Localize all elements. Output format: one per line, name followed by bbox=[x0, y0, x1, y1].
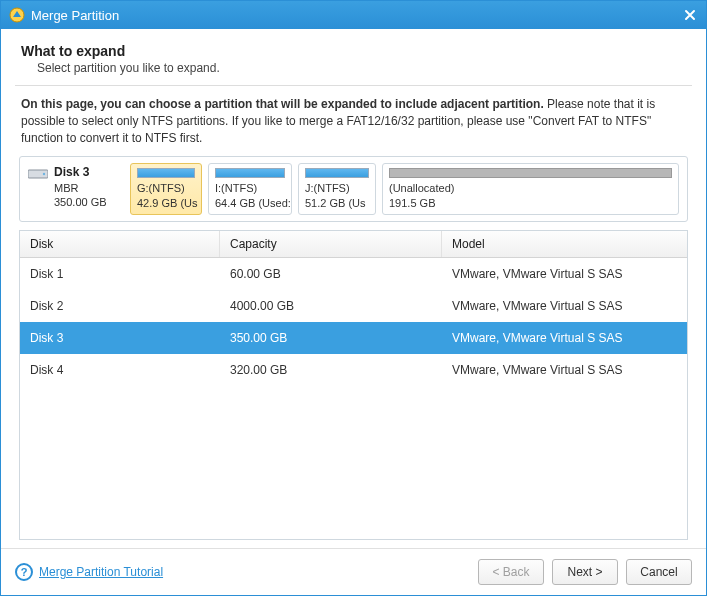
app-icon bbox=[9, 7, 25, 23]
back-button[interactable]: < Back bbox=[478, 559, 544, 585]
partition-bar bbox=[389, 168, 672, 178]
partition-label: I:(NTFS) bbox=[215, 181, 285, 195]
col-header-disk[interactable]: Disk bbox=[20, 231, 220, 257]
help-area: ? Merge Partition Tutorial bbox=[15, 563, 470, 581]
disk-summary-text: Disk 3 MBR 350.00 GB bbox=[54, 165, 107, 215]
table-body: Disk 160.00 GBVMware, VMware Virtual S S… bbox=[20, 258, 687, 539]
partition-label: J:(NTFS) bbox=[305, 181, 369, 195]
tutorial-link[interactable]: Merge Partition Tutorial bbox=[39, 565, 163, 579]
disk-type: MBR bbox=[54, 181, 107, 195]
cell-capacity: 320.00 GB bbox=[220, 354, 442, 386]
partition-size: 64.4 GB (Used: bbox=[215, 196, 285, 210]
cell-disk: Disk 3 bbox=[20, 322, 220, 354]
partition-g[interactable]: G:(NTFS) 42.9 GB (Us bbox=[130, 163, 202, 215]
partition-size: 51.2 GB (Us bbox=[305, 196, 369, 210]
cancel-button[interactable]: Cancel bbox=[626, 559, 692, 585]
disk-size: 350.00 GB bbox=[54, 195, 107, 209]
header-heading: What to expand bbox=[21, 43, 686, 59]
cell-model: VMware, VMware Virtual S SAS bbox=[442, 258, 687, 290]
merge-partition-window: Merge Partition What to expand Select pa… bbox=[0, 0, 707, 596]
cell-capacity: 60.00 GB bbox=[220, 258, 442, 290]
header-sub: Select partition you like to expand. bbox=[21, 61, 686, 75]
partition-bar bbox=[305, 168, 369, 178]
description-bold: On this page, you can choose a partition… bbox=[21, 97, 544, 111]
window-title: Merge Partition bbox=[31, 8, 682, 23]
cell-disk: Disk 4 bbox=[20, 354, 220, 386]
cell-model: VMware, VMware Virtual S SAS bbox=[442, 354, 687, 386]
cell-disk: Disk 1 bbox=[20, 258, 220, 290]
partition-i[interactable]: I:(NTFS) 64.4 GB (Used: bbox=[208, 163, 292, 215]
cell-model: VMware, VMware Virtual S SAS bbox=[442, 290, 687, 322]
col-header-capacity[interactable]: Capacity bbox=[220, 231, 442, 257]
partition-label: (Unallocated) bbox=[389, 181, 672, 195]
next-button[interactable]: Next > bbox=[552, 559, 618, 585]
cell-model: VMware, VMware Virtual S SAS bbox=[442, 322, 687, 354]
disk-map-panel: Disk 3 MBR 350.00 GB G:(NTFS) 42.9 GB (U… bbox=[19, 156, 688, 222]
content-area: On this page, you can choose a partition… bbox=[1, 85, 706, 548]
help-icon[interactable]: ? bbox=[15, 563, 33, 581]
svg-point-2 bbox=[43, 173, 45, 175]
cell-disk: Disk 2 bbox=[20, 290, 220, 322]
disk-table: Disk Capacity Model Disk 160.00 GBVMware… bbox=[19, 230, 688, 540]
hdd-icon bbox=[28, 167, 48, 181]
table-row[interactable]: Disk 160.00 GBVMware, VMware Virtual S S… bbox=[20, 258, 687, 290]
table-header: Disk Capacity Model bbox=[20, 231, 687, 258]
close-button[interactable] bbox=[682, 7, 698, 23]
partition-j[interactable]: J:(NTFS) 51.2 GB (Us bbox=[298, 163, 376, 215]
disk-summary: Disk 3 MBR 350.00 GB bbox=[28, 163, 124, 215]
table-row[interactable]: Disk 3350.00 GBVMware, VMware Virtual S … bbox=[20, 322, 687, 354]
description: On this page, you can choose a partition… bbox=[15, 94, 692, 156]
divider bbox=[15, 85, 692, 86]
table-row[interactable]: Disk 4320.00 GBVMware, VMware Virtual S … bbox=[20, 354, 687, 386]
col-header-model[interactable]: Model bbox=[442, 231, 687, 257]
svg-text:?: ? bbox=[21, 566, 28, 578]
partition-size: 191.5 GB bbox=[389, 196, 672, 210]
disk-name: Disk 3 bbox=[54, 165, 107, 181]
cell-capacity: 4000.00 GB bbox=[220, 290, 442, 322]
partition-label: G:(NTFS) bbox=[137, 181, 195, 195]
partition-bar bbox=[137, 168, 195, 178]
footer: ? Merge Partition Tutorial < Back Next >… bbox=[1, 548, 706, 595]
table-row[interactable]: Disk 24000.00 GBVMware, VMware Virtual S… bbox=[20, 290, 687, 322]
partition-unallocated[interactable]: (Unallocated) 191.5 GB bbox=[382, 163, 679, 215]
cell-capacity: 350.00 GB bbox=[220, 322, 442, 354]
titlebar: Merge Partition bbox=[1, 1, 706, 29]
partition-bar bbox=[215, 168, 285, 178]
partition-size: 42.9 GB (Us bbox=[137, 196, 195, 210]
wizard-header: What to expand Select partition you like… bbox=[1, 29, 706, 85]
